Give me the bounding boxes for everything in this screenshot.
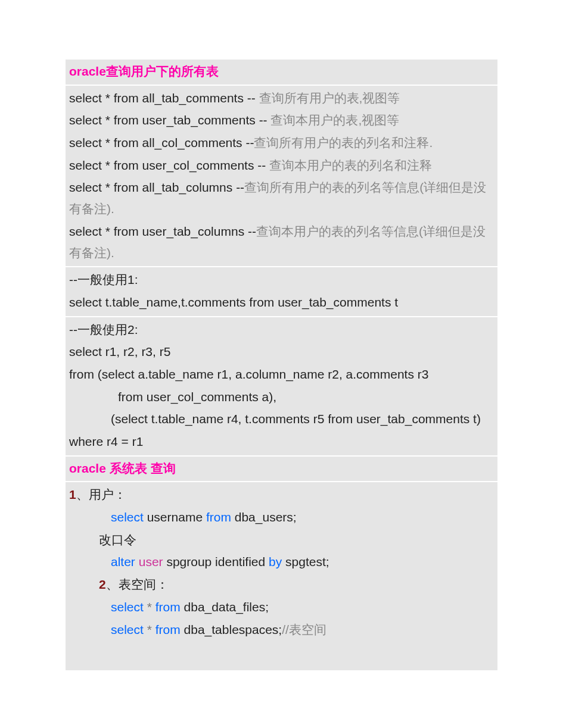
code-line: (select t.table_name r4, t.comments r5 f… (69, 408, 494, 430)
keyword: from (206, 510, 231, 524)
comment: 查询所有用户的表,视图等 (259, 91, 400, 105)
document-page: oracle查询用户下的所有表 select * from all_tab_co… (0, 0, 563, 728)
code: select * from user_col_comments -- (69, 158, 269, 172)
code: select * from all_col_comments -- (69, 136, 254, 149)
comment: 查询本用户的表,视图等 (270, 113, 399, 127)
code-line: select * from user_col_comments -- 查询本用户… (69, 154, 494, 177)
keyword: user (139, 555, 163, 568)
star: * (147, 623, 152, 636)
list-item: 1、用户： (69, 483, 494, 506)
section-title-1: oracle查询用户下的所有表 (66, 60, 497, 86)
code-line: select * from all_tab_columns --查询所有用户的表… (69, 176, 494, 220)
code-line: select * from all_tab_comments -- 查询所有用户… (69, 87, 494, 110)
comment: 查询所有用户的表的列名和注释. (254, 136, 433, 149)
keyword: alter (111, 555, 135, 568)
list-text: 、用户： (76, 488, 126, 501)
code: select * from all_tab_comments -- (69, 91, 259, 105)
section-title-2: oracle 系统表 查询 (66, 457, 497, 483)
code-line: select r1, r2, r3, r5 (69, 340, 494, 363)
code-block-4: 1、用户： select username from dba_users; 改口… (66, 482, 497, 671)
code-line: --一般使用2: (69, 318, 494, 341)
code-line: select * from dba_tablespaces;//表空间 (69, 618, 494, 641)
code-block-1: select * from all_tab_comments -- 查询所有用户… (66, 86, 497, 268)
keyword: select (111, 510, 144, 524)
list-item: 2、表空间： (69, 573, 494, 596)
code-block-3: --一般使用2: select r1, r2, r3, r5 from (sel… (66, 317, 497, 457)
code-line: select * from user_tab_comments -- 查询本用户… (69, 109, 494, 132)
code-line: select t.table_name,t.comments from user… (69, 291, 494, 314)
keyword: from (155, 600, 181, 614)
comment: //表空间 (282, 623, 326, 636)
list-number: 1 (69, 488, 76, 501)
code-line: from user_col_comments a), (69, 386, 494, 408)
keyword: from (155, 623, 181, 636)
code: select * from user_tab_columns -- (69, 224, 256, 238)
keyword: select (111, 623, 144, 636)
code-line: 改口令 (69, 529, 494, 551)
code: dba_data_files; (181, 600, 269, 614)
keyword: select (111, 600, 144, 614)
star: * (147, 600, 152, 614)
code-line: select * from all_col_comments --查询所有用户的… (69, 132, 494, 154)
code: username (144, 510, 206, 524)
list-number: 2 (99, 577, 106, 591)
keyword: by (269, 555, 282, 568)
code-line: select * from dba_data_files; (69, 596, 494, 618)
code-line: from (select a.table_name r1, a.column_n… (69, 363, 494, 386)
code-line: select * from user_tab_columns --查询本用户的表… (69, 220, 494, 264)
code-line: select username from dba_users; (69, 506, 494, 529)
code: spgroup identified (163, 555, 269, 568)
code: spgtest; (282, 555, 329, 568)
comment: 查询本用户的表的列名和注释 (269, 158, 432, 172)
code: select * from user_tab_comments -- (69, 113, 270, 127)
code-block-2: --一般使用1: select t.table_name,t.comments … (66, 267, 497, 317)
code-line: --一般使用1: (69, 268, 494, 291)
code: select * from all_tab_columns -- (69, 180, 244, 194)
list-text: 、表空间： (106, 577, 169, 591)
code: dba_tablespaces; (181, 623, 282, 636)
code-line: where r4 = r1 (69, 430, 494, 453)
code: dba_users; (231, 510, 297, 524)
code-line: alter user spgroup identified by spgtest… (69, 551, 494, 573)
